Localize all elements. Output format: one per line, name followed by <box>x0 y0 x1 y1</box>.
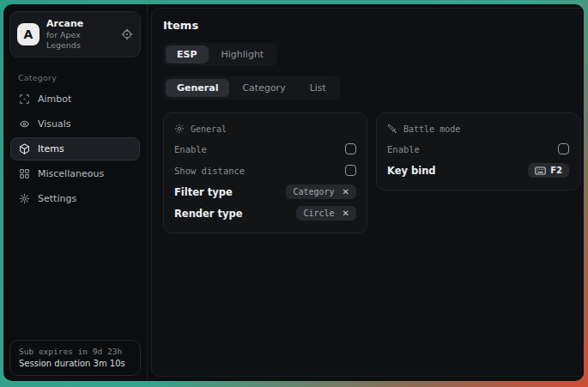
general-panel-header: General <box>174 118 356 138</box>
key-bind-label: Key bind <box>387 165 436 177</box>
mode-tabs: ESP Highlight <box>163 43 277 66</box>
key-bind-value: F2 <box>550 166 562 175</box>
tab-category[interactable]: Category <box>231 79 296 97</box>
desktop-background: A Arcane for Apex Legends Category <box>0 0 588 387</box>
swords-icon <box>387 124 397 134</box>
sidebar-nav: Aimbot Visuals <box>8 88 142 210</box>
battle-enable-checkbox[interactable] <box>558 143 569 154</box>
sun-icon <box>174 124 185 134</box>
grid-icon <box>19 168 30 179</box>
filter-type-value: Category <box>293 187 334 197</box>
battle-enable-label: Enable <box>387 144 420 154</box>
general-panel-title: General <box>191 124 227 134</box>
battle-mode-panel-title: Battle mode <box>403 124 460 134</box>
battle-mode-panel-header: Battle mode <box>387 118 569 138</box>
filter-type-row: Filter type Category ✕ <box>174 181 356 203</box>
session-duration-text: Session duration 3m 10s <box>19 359 131 368</box>
sidebar-item-label: Aimbot <box>38 94 71 105</box>
battle-mode-panel: Battle mode Enable Key bind <box>376 112 580 190</box>
enable-checkbox[interactable] <box>345 143 356 154</box>
sidebar-item-label: Items <box>38 143 64 154</box>
app-subtitle: for Apex Legends <box>46 30 114 51</box>
box-icon <box>19 143 30 154</box>
sidebar-spacer <box>8 210 142 341</box>
sidebar-item-items[interactable]: Items <box>10 137 140 160</box>
sidebar-item-label: Settings <box>38 193 76 204</box>
render-type-row: Render type Circle ✕ <box>174 203 356 224</box>
target-icon[interactable] <box>121 28 133 40</box>
key-bind-row: Key bind F2 <box>387 160 569 181</box>
keyboard-icon <box>535 166 546 175</box>
general-panel: General Enable Show distance Filter type <box>163 112 367 233</box>
view-tabs: General Category List <box>163 76 340 100</box>
sidebar-item-label: Visuals <box>38 118 71 130</box>
gear-icon <box>19 193 30 204</box>
show-distance-label: Show distance <box>174 166 245 176</box>
app-name: Arcane <box>46 18 114 30</box>
crosshair-icon <box>19 94 30 105</box>
main-area: Items ESP Highlight General Category Lis… <box>148 4 584 381</box>
brand-text: Arcane for Apex Legends <box>46 18 114 51</box>
tab-esp[interactable]: ESP <box>166 45 209 63</box>
enable-label: Enable <box>174 144 207 154</box>
main-card: Items ESP Highlight General Category Lis… <box>151 8 584 377</box>
sidebar: A Arcane for Apex Legends Category <box>3 4 148 381</box>
close-icon[interactable]: ✕ <box>342 209 349 218</box>
category-section-label: Category <box>18 73 134 82</box>
sidebar-item-settings[interactable]: Settings <box>10 187 140 210</box>
show-distance-checkbox[interactable] <box>345 165 356 176</box>
key-bind-button[interactable]: F2 <box>528 163 569 178</box>
tab-general[interactable]: General <box>166 79 229 97</box>
render-type-value: Circle <box>303 209 334 218</box>
render-type-label: Render type <box>174 208 243 220</box>
session-card: Sub expires in 9d 23h Session duration 3… <box>9 340 141 376</box>
app-logo: A <box>17 23 39 45</box>
sidebar-item-miscellaneous[interactable]: Miscellaneous <box>10 162 140 185</box>
sidebar-item-visuals[interactable]: Visuals <box>10 112 140 136</box>
show-distance-row: Show distance <box>174 160 356 181</box>
sub-expires-text: Sub expires in 9d 23h <box>19 347 131 356</box>
eye-icon <box>19 118 30 130</box>
battle-enable-row: Enable <box>387 138 569 160</box>
tab-list[interactable]: List <box>299 79 337 97</box>
tab-highlight[interactable]: Highlight <box>210 45 276 63</box>
render-type-tag[interactable]: Circle ✕ <box>296 206 356 221</box>
panels-row: General Enable Show distance Filter type <box>163 112 580 233</box>
filter-type-tag[interactable]: Category ✕ <box>286 184 356 199</box>
close-icon[interactable]: ✕ <box>342 188 349 197</box>
sidebar-item-label: Miscellaneous <box>38 168 104 179</box>
enable-row: Enable <box>174 138 356 160</box>
filter-type-label: Filter type <box>174 186 233 198</box>
sidebar-item-aimbot[interactable]: Aimbot <box>10 88 140 111</box>
brand-card: A Arcane for Apex Legends <box>9 11 141 57</box>
page-title: Items <box>163 19 580 32</box>
app-window: A Arcane for Apex Legends Category <box>3 4 584 381</box>
